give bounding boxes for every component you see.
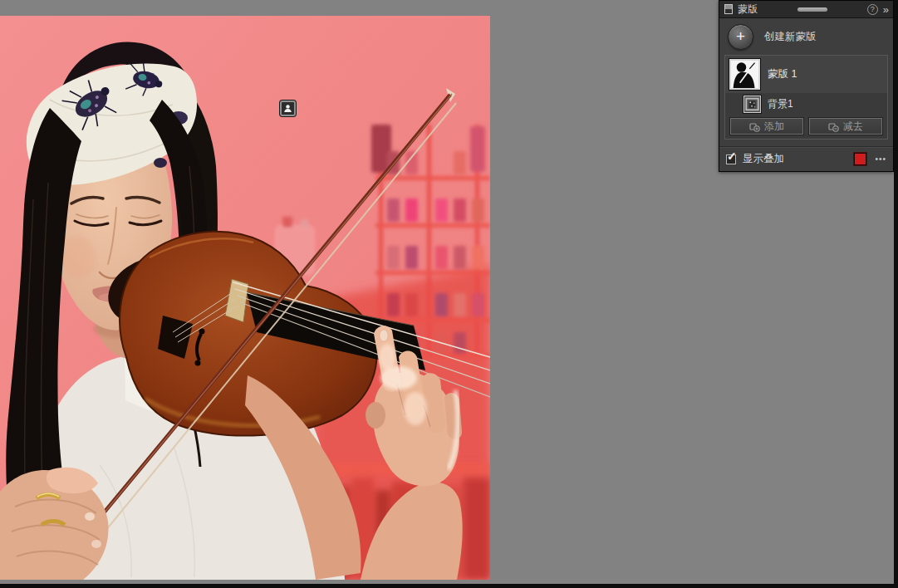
panel-title: 蒙版 [738,4,758,14]
help-icon[interactable]: ? [867,4,878,15]
collapse-panel-icon[interactable]: » [883,4,888,15]
subtract-from-mask-button[interactable]: 减去 [809,118,882,135]
window-right-edge [894,0,898,588]
window-bottom-edge [0,584,898,588]
photo-violinist [0,16,490,580]
add-to-mask-button[interactable]: 添加 [730,118,803,135]
mask-group: 蒙版 1 背景1 [724,55,888,140]
mask-pin[interactable] [280,100,296,116]
create-new-mask-button[interactable]: + 创建新蒙版 [719,18,893,55]
subtract-button-label: 减去 [843,120,863,134]
masks-panel-header: 蒙版 ? » [719,1,893,18]
add-button-label: 添加 [764,120,784,134]
overlay-options-icon[interactable]: ••• [873,155,886,164]
mask-edit-buttons: 添加 减去 [725,115,887,139]
plus-icon[interactable]: + [728,24,753,50]
mask-component-row[interactable]: 背景1 [725,93,887,115]
image-canvas: 蒙版 ? » + 创建新蒙版 蒙版 1 [0,0,894,584]
masks-panel: 蒙版 ? » + 创建新蒙版 蒙版 1 [719,0,894,172]
photo-viewport[interactable] [0,16,490,580]
mask-thumbnail [729,59,760,90]
create-new-mask-label: 创建新蒙版 [764,30,817,44]
panel-drag-handle[interactable] [797,7,827,12]
show-overlay-checkbox[interactable]: ✓ [726,154,736,164]
panel-icon [724,4,733,14]
component-name-label: 背景1 [768,97,793,111]
component-thumbnail [743,96,761,113]
check-icon: ✓ [727,150,737,162]
overlay-footer: ✓ 显示叠加 ••• [719,146,893,171]
overlay-color-swatch[interactable] [854,153,866,165]
subtract-icon [828,121,839,132]
person-mask-pin-icon [283,104,292,113]
mask-name-label: 蒙版 1 [768,67,797,81]
add-icon [749,121,760,132]
mask-item-row[interactable]: 蒙版 1 [725,56,887,93]
app-window: 蒙版 ? » + 创建新蒙版 蒙版 1 [0,0,898,588]
show-overlay-label: 显示叠加 [743,152,784,166]
